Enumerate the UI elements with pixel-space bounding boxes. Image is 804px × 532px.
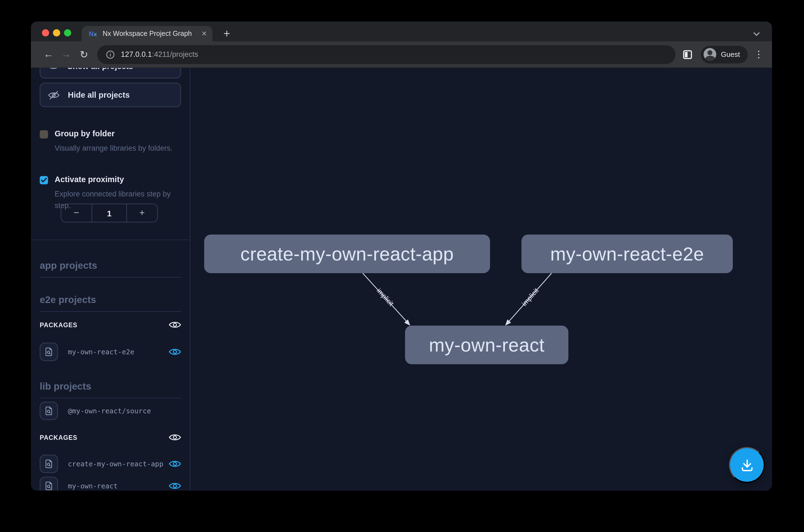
activate-proximity-label: Activate proximity: [55, 175, 182, 184]
project-visibility-eye-icon[interactable]: [169, 348, 181, 356]
graph-edges: implicit implicit: [190, 68, 772, 491]
minimize-window-button[interactable]: [53, 29, 60, 36]
edge-label: implicit: [520, 287, 540, 308]
graph-canvas[interactable]: implicit implicit create-my-own-react-ap…: [190, 68, 772, 491]
toggle-all-eye-icon[interactable]: [169, 433, 181, 441]
project-visibility-eye-icon[interactable]: [169, 460, 181, 468]
side-panel-icon[interactable]: [684, 50, 692, 59]
project-name: @my-own-react/source: [68, 407, 151, 415]
url-host: 127.0.0.1: [121, 50, 152, 58]
packages-label: PACKAGES: [40, 321, 78, 328]
address-bar[interactable]: 127.0.0.1:4211/projects: [97, 45, 676, 64]
file-search-icon: [44, 481, 54, 491]
page-content: Show all projects Hide all projects Grou…: [31, 68, 772, 491]
file-search-button[interactable]: [40, 343, 58, 361]
download-icon: [739, 457, 754, 473]
file-search-icon: [44, 347, 54, 357]
group-by-folder-checkbox[interactable]: [40, 130, 48, 138]
eye-slash-icon: [48, 90, 60, 100]
project-name: create-my-own-react-app: [68, 460, 163, 468]
group-by-folder-description: Visually arrange libraries by folders.: [55, 142, 182, 154]
project-name: my-own-react: [68, 482, 118, 490]
chevron-down-icon[interactable]: [753, 29, 760, 39]
proximity-depth-stepper: − 1 +: [61, 204, 158, 223]
show-all-projects-button[interactable]: Show all projects: [40, 68, 181, 78]
sidebar-divider: [31, 240, 190, 240]
lib-packages-header: PACKAGES: [40, 433, 181, 441]
maximize-window-button[interactable]: [64, 29, 71, 36]
tab-close-icon[interactable]: ✕: [202, 30, 207, 38]
hide-all-projects-button[interactable]: Hide all projects: [40, 83, 181, 107]
browser-window: Nx Nx Workspace Project Graph ✕ + ← → ↻ …: [31, 21, 772, 491]
browser-menu-button[interactable]: ⋮: [753, 49, 764, 60]
toggle-all-eye-icon[interactable]: [169, 321, 181, 329]
file-search-icon: [44, 406, 54, 416]
e2e-projects-heading: e2e projects: [40, 294, 181, 312]
close-window-button[interactable]: [42, 29, 49, 36]
back-button[interactable]: ←: [40, 45, 57, 63]
avatar-icon: [704, 48, 716, 61]
tab-strip: Nx Nx Workspace Project Graph ✕ +: [31, 21, 772, 41]
show-all-projects-label: Show all projects: [67, 68, 133, 71]
file-search-button[interactable]: [40, 477, 58, 491]
tab-title: Nx Workspace Project Graph: [103, 30, 197, 38]
hide-all-projects-label: Hide all projects: [68, 91, 130, 99]
project-row: my-own-react-e2e: [40, 343, 181, 361]
edge-label: implicit: [375, 287, 395, 307]
check-icon: [41, 178, 47, 183]
browser-toolbar: ← → ↻ 127.0.0.1:4211/projects Guest ⋮: [31, 41, 772, 68]
profile-label: Guest: [721, 50, 740, 58]
file-search-button[interactable]: [40, 455, 58, 473]
screen: Nx Nx Workspace Project Graph ✕ + ← → ↻ …: [0, 0, 804, 532]
sidebar: Show all projects Hide all projects Grou…: [31, 68, 190, 491]
project-row: my-own-react: [40, 477, 181, 491]
e2e-packages-header: PACKAGES: [40, 321, 181, 329]
url-path: :4211/projects: [152, 50, 198, 58]
reload-button[interactable]: ↻: [75, 45, 93, 63]
project-name: my-own-react-e2e: [68, 348, 134, 356]
project-row: @my-own-react/source: [40, 402, 181, 420]
packages-label: PACKAGES: [40, 434, 78, 441]
graph-node-my-own-react[interactable]: my-own-react: [405, 326, 568, 364]
graph-node-create-my-own-react-app[interactable]: create-my-own-react-app: [204, 234, 490, 273]
profile-button[interactable]: Guest: [701, 45, 748, 63]
decrement-button[interactable]: −: [61, 204, 92, 222]
site-info-icon[interactable]: [106, 50, 115, 59]
lib-projects-heading: lib projects: [40, 381, 181, 398]
new-tab-button[interactable]: +: [218, 25, 235, 42]
svg-text:N: N: [89, 30, 94, 38]
browser-tab[interactable]: Nx Nx Workspace Project Graph ✕: [82, 26, 212, 41]
file-search-icon: [44, 459, 54, 469]
group-by-folder-option: Group by folder Visually arrange librari…: [40, 129, 182, 154]
forward-button[interactable]: →: [57, 45, 75, 63]
project-row: create-my-own-react-app: [40, 455, 181, 473]
app-projects-heading: app projects: [40, 260, 181, 278]
activate-proximity-checkbox[interactable]: [40, 176, 48, 184]
group-by-folder-label: Group by folder: [55, 129, 182, 138]
download-graph-button[interactable]: [729, 447, 765, 483]
nx-favicon-icon: Nx: [89, 29, 98, 38]
svg-text:x: x: [94, 31, 97, 37]
project-visibility-eye-icon[interactable]: [169, 482, 181, 490]
increment-button[interactable]: +: [127, 204, 157, 222]
traffic-lights: [42, 29, 71, 36]
file-search-button[interactable]: [40, 402, 58, 420]
graph-node-my-own-react-e2e[interactable]: my-own-react-e2e: [521, 234, 733, 273]
proximity-depth-value: 1: [92, 204, 127, 222]
